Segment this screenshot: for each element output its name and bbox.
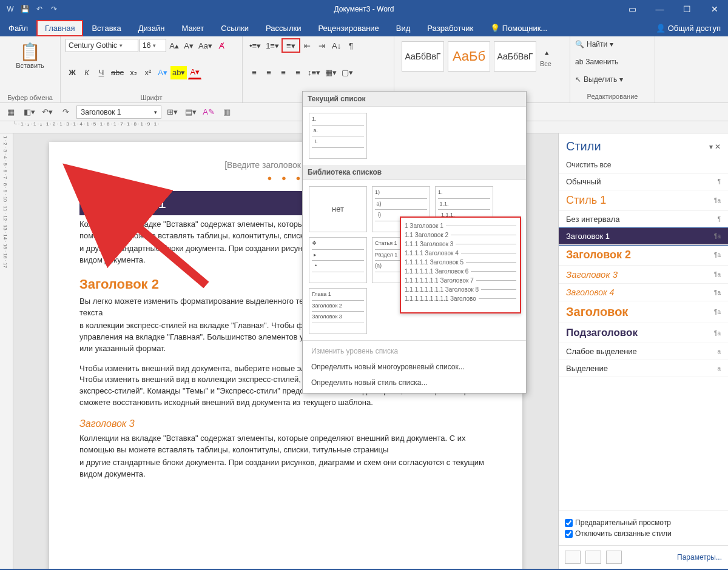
tab-developer[interactable]: Разработчик (419, 20, 482, 36)
align-left-icon[interactable]: ≡ (248, 66, 261, 79)
line-spacing-icon[interactable]: ↕≡▾ (306, 66, 322, 79)
bold-button[interactable]: Ж (66, 66, 79, 79)
ml-define-new-list[interactable]: Определить новый многоуровневый список..… (303, 359, 526, 375)
select-button[interactable]: ↖Выделить ▾ (575, 74, 650, 85)
undo-icon[interactable]: ↶ (34, 4, 45, 15)
highlight-icon[interactable]: ab▾ (170, 66, 187, 79)
heading-3[interactable]: Заголовок 3 (79, 418, 492, 429)
body-text[interactable]: и другие стандартные блоки документа. Пр… (79, 457, 492, 480)
vertical-ruler[interactable]: 1 · 2 · 3 · 4 · 5 · 6 · 7 · 8 · 9 · 10 ·… (0, 133, 13, 569)
text-effects-icon[interactable]: A▾ (156, 66, 169, 79)
redo-icon[interactable]: ↷ (58, 105, 73, 119)
increase-indent-icon[interactable]: ⇥ (315, 39, 329, 52)
style-item[interactable]: Выделениеa (559, 360, 728, 377)
clear-format-icon[interactable]: A̸ (215, 39, 229, 52)
ml-none-thumb[interactable]: нет (309, 186, 367, 232)
tab-home[interactable]: Главная (36, 20, 83, 36)
toolbar-icon[interactable]: ◧▾ (22, 105, 36, 119)
toolbar-btn[interactable]: A✎ (201, 105, 216, 119)
style-item[interactable]: Стиль 1¶a (559, 190, 728, 211)
style-thumb[interactable]: АаБб (448, 41, 490, 72)
style-item[interactable]: Без интервала¶ (559, 211, 728, 228)
style-item[interactable]: Заголовок¶a (559, 301, 728, 323)
styles-scroll-up-icon[interactable]: ▴ (540, 45, 553, 59)
justify-icon[interactable]: ≡ (291, 66, 305, 79)
styles-pane-pin-icon[interactable]: ▾ ✕ (709, 142, 721, 151)
numbering-icon[interactable]: 1≡▾ (264, 39, 281, 52)
linked-checkbox[interactable]: Отключить связанные стили (565, 529, 722, 538)
styles-params-link[interactable]: Параметры... (677, 553, 722, 562)
font-size-combo[interactable]: 16▾ (140, 39, 166, 52)
tab-view[interactable]: Вид (388, 20, 419, 36)
ml-define-list-style[interactable]: Определить новый стиль списка... (303, 375, 526, 391)
linked-check[interactable] (565, 530, 573, 538)
superscript-button[interactable]: x² (141, 66, 155, 79)
body-text[interactable]: Коллекции на вкладке "Вставка" содержат … (79, 433, 492, 456)
sort-icon[interactable]: A↓ (330, 39, 343, 52)
paste-button[interactable]: 📋 Вставить (5, 39, 55, 72)
underline-button[interactable]: Ч (95, 66, 108, 79)
style-item[interactable]: Подзаголовок¶a (559, 323, 728, 343)
italic-button[interactable]: К (80, 66, 93, 79)
ml-thumb[interactable]: ❖ ▸ • (309, 237, 367, 283)
style-thumb[interactable]: АаБбВвГ (494, 41, 536, 72)
grow-font-icon[interactable]: A▴ (167, 39, 181, 52)
styles-gallery[interactable]: АаБбВвГ АаБб АаБбВвГ ▴ Все (399, 39, 565, 74)
ml-thumb[interactable]: Глава 1Заголовок 2Заголовок 3 (309, 288, 367, 334)
style-selector[interactable]: Заголовок 1▾ (76, 106, 161, 119)
borders-icon[interactable]: ▢▾ (340, 66, 355, 79)
replace-button[interactable]: abЗаменить (575, 56, 650, 67)
tab-design[interactable]: Дизайн (130, 20, 174, 36)
toolbar-btn[interactable]: ▤▾ (183, 105, 198, 119)
bullets-icon[interactable]: •≡▾ (248, 39, 263, 52)
close-button[interactable]: ✕ (701, 0, 728, 18)
style-item[interactable]: Заголовок 2¶a (559, 245, 728, 266)
shrink-font-icon[interactable]: A▾ (182, 39, 195, 52)
tab-mailings[interactable]: Рассылки (257, 20, 309, 36)
share-button[interactable]: 👤 Общий доступ (649, 20, 728, 36)
ml-hover-preview[interactable]: 1 Заголовок 11.1 Заголовок 21.1.1 Заголо… (400, 216, 521, 314)
strike-button[interactable]: abc (109, 66, 126, 79)
new-style-icon[interactable] (565, 551, 581, 564)
tab-file[interactable]: Файл (0, 20, 36, 36)
ribbon-options-icon[interactable]: ▭ (619, 0, 646, 18)
tab-review[interactable]: Рецензирование (309, 20, 387, 36)
style-item[interactable]: Заголовок 4¶a (559, 284, 728, 301)
align-center-icon[interactable]: ≡ (262, 66, 275, 79)
minimize-button[interactable]: — (646, 0, 673, 18)
multilevel-list-button[interactable]: ≡▾ (282, 39, 300, 52)
maximize-button[interactable]: ☐ (673, 0, 701, 18)
undo-icon[interactable]: ↶▾ (40, 105, 55, 119)
tell-me[interactable]: 💡 Помощник... (482, 20, 556, 36)
style-inspector-icon[interactable] (585, 551, 601, 564)
find-button[interactable]: 🔍Найти ▾ (575, 39, 650, 50)
subscript-button[interactable]: x₂ (127, 66, 140, 79)
toolbar-btn[interactable]: ▥ (220, 105, 234, 119)
ml-current-thumb[interactable]: 1. a. i. (309, 113, 367, 159)
font-color-icon[interactable]: A▾ (188, 66, 201, 79)
style-item[interactable]: Обычный¶ (559, 173, 728, 190)
toolbar-btn[interactable]: ⊞▾ (165, 105, 180, 119)
align-right-icon[interactable]: ≡ (277, 66, 290, 79)
style-item[interactable]: Заголовок 1¶a (559, 228, 728, 245)
style-thumb[interactable]: АаБбВвГ (402, 41, 444, 72)
tab-insert[interactable]: Вставка (83, 20, 129, 36)
clear-all-styles[interactable]: Очистить все (559, 157, 728, 173)
change-case-icon[interactable]: Aa▾ (197, 39, 214, 52)
preview-checkbox[interactable]: Предварительный просмотр (565, 518, 722, 527)
tab-layout[interactable]: Макет (173, 20, 212, 36)
style-item[interactable]: Заголовок 3¶a (559, 266, 728, 284)
styles-all-label[interactable]: Все (540, 60, 553, 67)
shading-icon[interactable]: ▦▾ (323, 66, 339, 79)
font-name-combo[interactable]: Century Gothic▾ (66, 39, 138, 52)
show-marks-icon[interactable]: ¶ (345, 39, 358, 52)
nav-pane-icon[interactable]: ▦ (4, 105, 18, 119)
redo-icon[interactable]: ↷ (49, 4, 59, 15)
style-item[interactable]: Слабое выделениеa (559, 343, 728, 360)
tab-references[interactable]: Ссылки (212, 20, 257, 36)
style-item-label: Заголовок 1 (566, 232, 610, 241)
save-icon[interactable]: 💾 (19, 4, 30, 15)
decrease-indent-icon[interactable]: ⇤ (301, 39, 314, 52)
manage-styles-icon[interactable] (606, 551, 622, 564)
preview-check[interactable] (565, 519, 573, 527)
